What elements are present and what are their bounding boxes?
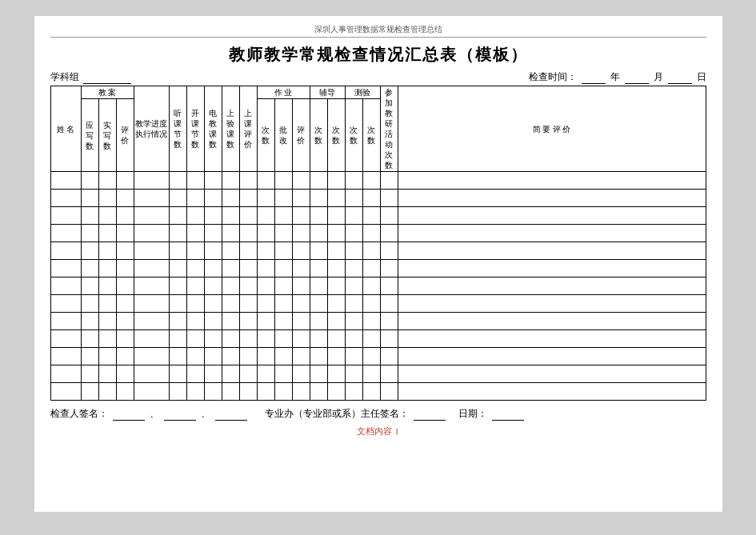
table-row [50, 277, 706, 295]
table-row [50, 190, 706, 207]
month-label: 月 [654, 70, 663, 84]
table-row [50, 242, 706, 260]
col-jy-group: 测验 [345, 86, 380, 99]
col-jy-cs: 次数 [345, 99, 362, 172]
page-number: 文档内容 1 [50, 425, 706, 437]
year-field [582, 71, 606, 84]
separator-1: 、 [150, 407, 159, 421]
top-bar: 深圳人事管理数据常规检查管理总结 [50, 24, 706, 38]
col-cjjy: 参加教研活动次数 [380, 86, 398, 172]
date-field [492, 408, 524, 421]
table-row [50, 225, 706, 242]
col-jycs3: 次数 [362, 99, 380, 172]
col-zuoye-group: 作 业 [257, 86, 310, 99]
main-table: 姓 名 教 案 教学进度执行情况 听课节数 开课节数 电教课数 上验课数 上课评… [50, 86, 706, 401]
col-yjxs: 应写数 [81, 99, 98, 172]
table-row [50, 207, 706, 225]
table-row [50, 330, 706, 348]
col-jxjd: 教学进度执行情况 [134, 86, 169, 172]
page-label: 文档内容 1 [357, 426, 398, 436]
col-zpjg: 评价 [292, 99, 310, 172]
header-row-1: 姓 名 教 案 教学进度执行情况 听课节数 开课节数 电教课数 上验课数 上课评… [50, 86, 706, 99]
table-row [50, 383, 706, 401]
col-dk: 电教课数 [204, 86, 222, 172]
inspector-field-3 [215, 408, 247, 421]
table-row [50, 172, 706, 190]
col-csdpj: 次数 [327, 99, 345, 172]
col-name: 姓 名 [50, 86, 81, 172]
col-sk: 上课评价 [239, 86, 257, 172]
col-sy: 上验课数 [222, 86, 239, 172]
col-zycl: 次数 [257, 99, 274, 172]
top-bar-text: 深圳人事管理数据常规检查管理总结 [314, 25, 442, 34]
day-label: 日 [697, 70, 706, 84]
header-row: 学科组 检查时间： 年 月 日 [50, 70, 706, 84]
col-fd-cs: 次数 [310, 99, 327, 172]
table-body [50, 172, 706, 401]
table-row [50, 260, 706, 277]
col-fd-group: 辅导 [310, 86, 345, 99]
check-time-label: 检查时间： [529, 70, 577, 84]
header-right: 检查时间： 年 月 日 [529, 70, 706, 84]
office-field [414, 408, 446, 421]
table-row [50, 295, 706, 313]
subject-group-label: 学科组 [50, 71, 79, 82]
day-field [668, 71, 692, 84]
footer: 检查人签名： 、 、 专业办（专业部或系）主任签名： 日期： [50, 407, 706, 421]
month-field [625, 71, 649, 84]
col-kk: 开课节数 [186, 86, 204, 172]
col-pj: 评价 [116, 99, 134, 172]
inspector-label: 检查人签名： [50, 407, 108, 421]
table-row [50, 365, 706, 383]
header-left: 学科组 [50, 70, 133, 84]
year-label: 年 [610, 70, 620, 84]
table-row [50, 348, 706, 365]
office-label: 专业办（专业部或系）主任签名： [265, 407, 409, 421]
col-zypg: 批改 [274, 99, 292, 172]
col-sjxs: 实写数 [98, 99, 116, 172]
subject-group-field [83, 71, 131, 84]
main-title: 教师教学常规检查情况汇总表（模板） [50, 44, 706, 66]
table-row [50, 313, 706, 330]
col-comment: 简 要 评 价 [398, 86, 706, 172]
inspector-field-1 [113, 408, 145, 421]
col-tk: 听课节数 [169, 86, 186, 172]
table-wrapper: 姓 名 教 案 教学进度执行情况 听课节数 开课节数 电教课数 上验课数 上课评… [50, 86, 706, 401]
page: 深圳人事管理数据常规检查管理总结 教师教学常规检查情况汇总表（模板） 学科组 检… [34, 16, 722, 512]
col-case-group: 教 案 [81, 86, 134, 99]
date-label: 日期： [458, 407, 487, 421]
separator-2: 、 [201, 407, 210, 421]
inspector-field-2 [164, 408, 196, 421]
